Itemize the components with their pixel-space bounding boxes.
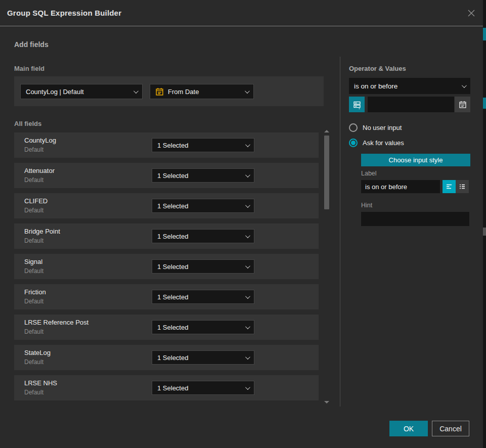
- radio-no-user-input-label: No user input: [363, 124, 402, 131]
- group-sql-expression-builder-dialog: Group SQL Expression Builder Add fields …: [0, 0, 483, 448]
- scrollbar-down-arrow[interactable]: [324, 401, 329, 404]
- operator-values-heading: Operator & Values: [349, 65, 406, 72]
- field-row: Attenuator Default 1 Selected: [14, 163, 319, 188]
- chevron-down-icon: [245, 88, 250, 94]
- field-subtitle: Default: [24, 359, 43, 366]
- choose-input-style-button[interactable]: Choose input style: [361, 154, 470, 166]
- label-caption: Label: [361, 170, 377, 177]
- field-selected-value: 1 Selected: [157, 233, 188, 240]
- chevron-down-icon: [245, 172, 250, 177]
- chevron-down-icon: [245, 324, 250, 329]
- all-fields-list: CountyLog Default 1 Selected Attenuator …: [14, 132, 319, 406]
- stacked-values-icon: [352, 100, 362, 109]
- chevron-down-icon: [462, 83, 467, 88]
- background-app-edge: [483, 0, 486, 448]
- field-select-dropdown[interactable]: From Date: [150, 84, 254, 99]
- field-selected-dropdown[interactable]: 1 Selected: [152, 199, 254, 213]
- add-fields-heading: Add fields: [14, 40, 49, 49]
- cancel-button[interactable]: Cancel: [432, 421, 469, 436]
- field-subtitle: Default: [24, 237, 43, 244]
- field-name: StateLog: [24, 349, 51, 356]
- radio-checked-icon: [349, 139, 358, 147]
- chevron-down-icon: [245, 354, 250, 360]
- close-icon[interactable]: [466, 8, 477, 19]
- field-selected-value: 1 Selected: [157, 142, 188, 149]
- dialog-header: Group SQL Expression Builder: [0, 0, 483, 26]
- field-selected-value: 1 Selected: [157, 384, 188, 392]
- field-name: Bridge Point: [24, 228, 60, 235]
- field-row: CLIFED Default 1 Selected: [14, 193, 319, 218]
- align-left-icon: [445, 183, 453, 191]
- field-name: LRSE Reference Post: [24, 319, 89, 326]
- field-subtitle: Default: [24, 267, 43, 275]
- field-row: CountyLog Default 1 Selected: [14, 132, 319, 158]
- dialog-title: Group SQL Expression Builder: [7, 0, 121, 26]
- field-subtitle: Default: [24, 389, 43, 396]
- field-row: LRSE Reference Post Default 1 Selected: [14, 315, 319, 340]
- field-selected-dropdown[interactable]: 1 Selected: [152, 229, 254, 243]
- all-fields-heading: All fields: [14, 120, 41, 127]
- field-name: Signal: [24, 258, 42, 265]
- operator-select-dropdown[interactable]: is on or before: [349, 78, 470, 94]
- field-name: Friction: [24, 288, 46, 296]
- panel-divider: [340, 57, 340, 407]
- chevron-down-icon: [245, 233, 250, 238]
- field-row: StateLog Default 1 Selected: [14, 345, 319, 370]
- calendar-icon: [459, 101, 467, 109]
- field-selected-dropdown[interactable]: 1 Selected: [152, 168, 254, 183]
- date-picker-button[interactable]: [455, 97, 470, 112]
- field-name: Attenuator: [24, 167, 55, 174]
- field-row: Friction Default 1 Selected: [14, 284, 319, 309]
- field-selected-value: 1 Selected: [157, 354, 188, 362]
- field-selected-dropdown[interactable]: 1 Selected: [152, 290, 254, 304]
- field-selected-dropdown[interactable]: 1 Selected: [152, 350, 254, 365]
- ok-button[interactable]: OK: [389, 421, 428, 436]
- scrollbar-thumb[interactable]: [324, 136, 329, 209]
- layer-select-value: CountyLog | Default: [26, 88, 84, 96]
- field-selected-value: 1 Selected: [157, 263, 188, 271]
- chevron-down-icon: [245, 142, 250, 147]
- field-selected-value: 1 Selected: [157, 324, 188, 331]
- radio-no-user-input[interactable]: No user input: [349, 123, 402, 132]
- layer-select-dropdown[interactable]: CountyLog | Default: [20, 84, 143, 99]
- field-subtitle: Default: [24, 176, 43, 184]
- scrollbar-up-arrow[interactable]: [324, 130, 329, 132]
- value-input[interactable]: [368, 97, 454, 112]
- value-input-type-button[interactable]: [349, 97, 365, 112]
- single-line-style-toggle[interactable]: [443, 180, 456, 193]
- radio-ask-for-values-label: Ask for values: [363, 139, 404, 147]
- label-input[interactable]: [361, 180, 440, 193]
- field-row: Bridge Point Default 1 Selected: [14, 223, 319, 249]
- field-subtitle: Default: [24, 328, 43, 335]
- background-app-fragment: [483, 28, 486, 40]
- chevron-down-icon: [134, 88, 139, 94]
- field-name: LRSE NHS: [24, 379, 57, 387]
- list-style-toggle[interactable]: [456, 180, 469, 193]
- field-name: CLIFED: [24, 197, 48, 205]
- field-selected-dropdown[interactable]: 1 Selected: [152, 259, 254, 274]
- field-selected-dropdown[interactable]: 1 Selected: [152, 381, 254, 395]
- field-selected-value: 1 Selected: [157, 202, 188, 210]
- field-subtitle: Default: [24, 146, 43, 153]
- background-app-fragment: [483, 228, 486, 236]
- chevron-down-icon: [245, 385, 250, 390]
- bulleted-list-icon: [458, 183, 466, 191]
- hint-caption: Hint: [361, 202, 372, 209]
- calendar-date-icon: [155, 87, 164, 96]
- field-row: Signal Default 1 Selected: [14, 254, 319, 279]
- radio-ask-for-values[interactable]: Ask for values: [349, 139, 404, 147]
- field-select-value: From Date: [168, 88, 199, 96]
- field-subtitle: Default: [24, 207, 43, 214]
- field-selected-dropdown[interactable]: 1 Selected: [152, 138, 254, 152]
- chevron-down-icon: [245, 294, 250, 299]
- field-row: LRSE NHS Default 1 Selected: [14, 375, 319, 400]
- hint-input[interactable]: [361, 212, 469, 226]
- field-selected-value: 1 Selected: [157, 172, 188, 180]
- main-field-panel: CountyLog | Default From Date: [14, 76, 324, 106]
- field-name: CountyLog: [24, 137, 56, 144]
- field-selected-dropdown[interactable]: 1 Selected: [152, 320, 254, 334]
- background-app-fragment: [483, 98, 486, 109]
- chevron-down-icon: [245, 203, 250, 208]
- chevron-down-icon: [245, 263, 250, 268]
- field-selected-value: 1 Selected: [157, 293, 188, 301]
